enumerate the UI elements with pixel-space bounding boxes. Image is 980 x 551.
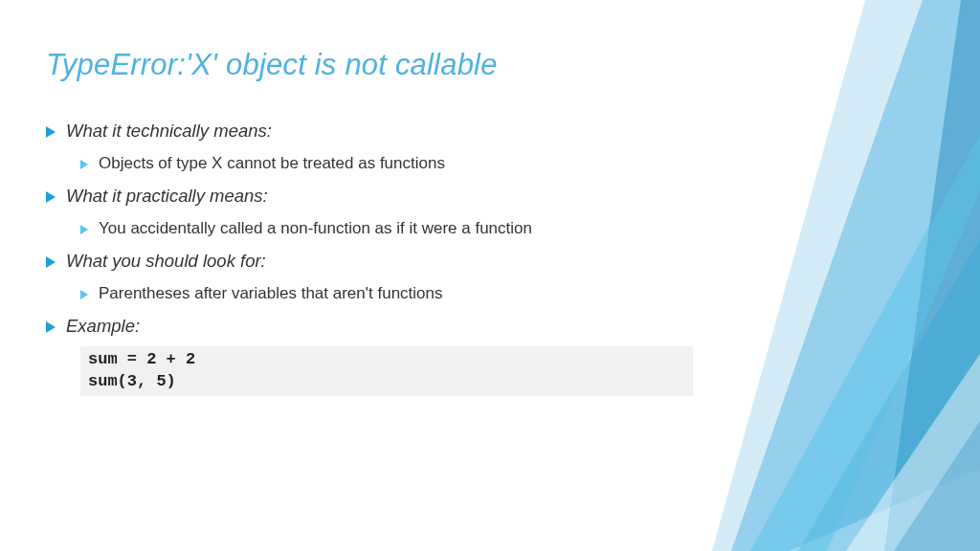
triangle-bullet-icon	[46, 126, 56, 138]
svg-marker-1	[731, 0, 980, 551]
bullet-heading: What it technically means:	[66, 121, 272, 142]
code-example: sum = 2 + 2 sum(3, 5)	[80, 346, 693, 396]
list-item: What it technically means:	[46, 121, 681, 142]
list-item: Objects of type X cannot be treated as f…	[80, 154, 681, 173]
triangle-bullet-icon	[80, 225, 88, 234]
svg-marker-5	[750, 134, 980, 551]
list-item: What it practically means:	[46, 186, 681, 207]
bullet-list: What it technically means: Objects of ty…	[46, 121, 681, 337]
triangle-bullet-icon	[80, 160, 88, 169]
bullet-heading: What you should look for:	[66, 251, 266, 272]
svg-marker-4	[846, 354, 980, 551]
list-item: What you should look for:	[46, 251, 681, 272]
svg-marker-0	[712, 0, 980, 551]
triangle-bullet-icon	[46, 321, 56, 333]
bullet-sub: Parentheses after variables that aren't …	[99, 284, 443, 303]
list-item: Example:	[46, 316, 681, 337]
svg-marker-3	[798, 239, 980, 551]
bullet-heading: Example:	[66, 316, 140, 337]
slide-content: TypeError:'X' object is not callable Wha…	[0, 0, 727, 425]
slide-title: TypeError:'X' object is not callable	[46, 48, 681, 82]
svg-marker-6	[894, 421, 980, 551]
triangle-bullet-icon	[80, 290, 88, 299]
bullet-sub: You accidentally called a non-function a…	[99, 219, 532, 238]
triangle-bullet-icon	[46, 191, 56, 203]
list-item: Parentheses after variables that aren't …	[80, 284, 681, 303]
triangle-bullet-icon	[46, 256, 56, 268]
bullet-sub: Objects of type X cannot be treated as f…	[99, 154, 445, 173]
svg-marker-2	[884, 0, 980, 551]
bullet-heading: What it practically means:	[66, 186, 268, 207]
list-item: You accidentally called a non-function a…	[80, 219, 681, 238]
